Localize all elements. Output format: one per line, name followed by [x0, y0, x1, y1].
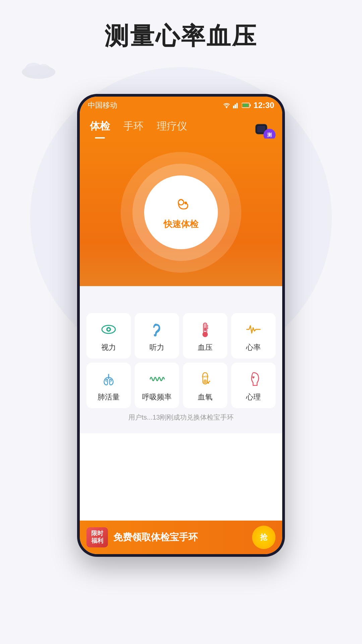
svg-rect-6: [236, 103, 238, 108]
tab-bar: 体检 手环 理疗仪: [90, 119, 272, 139]
banner-area[interactable]: 限时 福利 免费领取体检宝手环 抢: [80, 521, 282, 554]
vision-label: 视力: [101, 342, 116, 353]
tab-exam[interactable]: 体检: [90, 119, 110, 139]
svg-rect-8: [250, 104, 251, 106]
quick-exam-label: 快速体检: [164, 218, 198, 230]
svg-point-33: [207, 382, 209, 384]
hr-label: 心率: [246, 342, 261, 353]
wave-divider: [80, 286, 282, 306]
tab-therapy[interactable]: 理疗仪: [157, 119, 187, 139]
battery-icon: [242, 102, 251, 108]
page-title: 测量心率血压: [0, 20, 362, 52]
banner-grab-button[interactable]: 抢: [252, 526, 276, 549]
health-item-lung[interactable]: 肺活量: [86, 363, 131, 408]
health-item-hearing[interactable]: 听力: [135, 313, 179, 359]
banner-text: 免费领取体检宝手环: [113, 531, 247, 544]
device-badge[interactable]: 测: [252, 117, 276, 141]
svg-point-34: [209, 381, 210, 382]
svg-rect-4: [233, 106, 234, 108]
wifi-icon: [223, 102, 230, 108]
notification-bar: 用户ts...13刚刚成功兑换体检宝手环: [86, 408, 276, 427]
tab-band[interactable]: 手环: [123, 119, 143, 139]
mid-circle: 快速体检: [132, 164, 230, 261]
svg-marker-3: [225, 106, 228, 108]
status-bar: 中国移动: [80, 97, 282, 114]
svg-text:SaO2: SaO2: [202, 375, 209, 378]
lung-label: 肺活量: [98, 392, 120, 402]
phone-screen: 中国移动: [80, 97, 282, 554]
svg-text:测: 测: [267, 132, 272, 138]
notification-text: 用户ts...13刚刚成功兑换体检宝手环: [128, 414, 234, 421]
thermometer-icon: [197, 321, 214, 338]
svg-rect-31: [203, 379, 207, 383]
health-grid-section: 视力 听力: [80, 306, 282, 433]
status-icons: 12:30: [223, 101, 274, 110]
psychology-label: 心理: [246, 392, 261, 402]
bloodox-label: 血氧: [198, 392, 213, 402]
health-item-bp[interactable]: 血压: [183, 313, 227, 359]
eye-icon: [100, 321, 117, 338]
quick-exam-button[interactable]: 快速体检: [144, 175, 218, 249]
svg-point-15: [178, 200, 184, 205]
page-title-area: 测量心率血压: [0, 20, 362, 52]
outer-circle: 快速体检: [121, 152, 241, 273]
app-header: 体检 手环 理疗仪 测: [80, 114, 282, 139]
hearing-label: 听力: [149, 342, 164, 353]
health-grid: 视力 听力: [86, 313, 276, 408]
carrier-label: 中国移动: [88, 100, 117, 110]
phone-frame: 中国移动: [77, 94, 285, 557]
status-time: 12:30: [254, 101, 274, 110]
lung-icon: [100, 371, 117, 387]
health-item-bloodox[interactable]: SaO2 血氧: [183, 363, 227, 408]
bloodox-icon: SaO2: [197, 371, 214, 387]
svg-point-2: [37, 64, 50, 75]
ear-icon: [148, 321, 165, 338]
hero-section: 快速体检: [80, 139, 282, 286]
svg-point-22: [108, 328, 110, 330]
svg-rect-12: [257, 126, 265, 132]
svg-rect-25: [204, 328, 206, 331]
psychology-icon: [245, 371, 262, 387]
svg-rect-5: [235, 104, 236, 108]
health-item-vision[interactable]: 视力: [86, 313, 131, 359]
svg-rect-9: [242, 104, 248, 107]
banner-badge-line2: 福利: [90, 537, 104, 545]
heartrate-icon: [245, 321, 262, 338]
signal-icon: [233, 102, 239, 108]
health-item-breath[interactable]: 呼吸频率: [135, 363, 179, 408]
svg-point-16: [184, 202, 187, 204]
svg-point-26: [202, 332, 208, 337]
banner-badge-line1: 限时: [90, 530, 104, 537]
health-item-hr[interactable]: 心率: [231, 313, 276, 359]
breath-label: 呼吸频率: [142, 392, 172, 402]
cloud-decoration: [18, 59, 59, 79]
breath-icon: [148, 371, 165, 387]
banner-badge: 限时 福利: [86, 527, 108, 547]
bp-label: 血压: [198, 342, 213, 353]
stethoscope-icon: [171, 195, 191, 215]
health-item-psychology[interactable]: 心理: [231, 363, 276, 408]
